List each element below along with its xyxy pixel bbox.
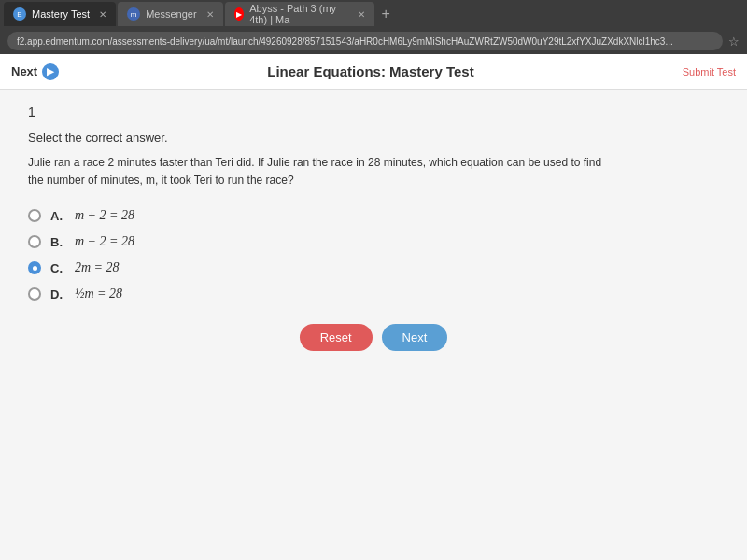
bookmark-icon[interactable]: ☆ xyxy=(728,35,740,49)
tab-icon-mastery: E xyxy=(13,7,26,21)
option-math-d: ½m = 28 xyxy=(75,287,122,301)
tab-mastery-test[interactable]: E Mastery Test ✕ xyxy=(4,2,116,26)
next-toolbar-button[interactable]: Next ▶ xyxy=(11,63,59,80)
address-input[interactable] xyxy=(7,32,723,50)
tab-label-messenger: Messenger xyxy=(146,8,196,20)
next-question-button[interactable]: Next xyxy=(382,324,448,351)
option-label-a: A. xyxy=(50,209,65,223)
question-instruction: Select the correct answer. xyxy=(28,131,719,145)
tab-icon-abyss: ▶ xyxy=(234,7,245,21)
reset-button[interactable]: Reset xyxy=(300,324,373,351)
option-label-b: B. xyxy=(50,235,65,249)
answer-options: A. m + 2 = 28 B. m − 2 = 28 C. 2m = 28 D… xyxy=(28,208,719,301)
submit-test-button[interactable]: Submit Test xyxy=(683,66,736,77)
browser-chrome: E Mastery Test ✕ m Messenger ✕ ▶ Abyss -… xyxy=(0,0,747,54)
answer-option-d[interactable]: D. ½m = 28 xyxy=(28,287,719,301)
option-math-a: m + 2 = 28 xyxy=(75,208,134,223)
option-label-d: D. xyxy=(50,287,65,301)
address-bar: ☆ xyxy=(0,28,747,54)
tab-icon-messenger: m xyxy=(127,7,140,21)
radio-c[interactable] xyxy=(28,261,41,274)
content-area: 1 Select the correct answer. Julie ran a… xyxy=(0,90,747,560)
option-math-b: m − 2 = 28 xyxy=(75,234,134,249)
new-tab-button[interactable]: + xyxy=(376,2,396,26)
tab-close-messenger[interactable]: ✕ xyxy=(206,9,214,20)
question-text: Julie ran a race 2 minutes faster than T… xyxy=(28,154,607,189)
option-math-c: 2m = 28 xyxy=(75,260,120,275)
tab-messenger[interactable]: m Messenger ✕ xyxy=(118,2,222,26)
tab-close-mastery[interactable]: ✕ xyxy=(99,9,106,20)
tab-label-mastery: Mastery Test xyxy=(32,8,90,20)
tab-close-abyss[interactable]: ✕ xyxy=(358,9,365,20)
radio-d[interactable] xyxy=(28,287,41,301)
option-label-c: C. xyxy=(50,261,65,275)
answer-option-a[interactable]: A. m + 2 = 28 xyxy=(28,208,719,223)
radio-b[interactable] xyxy=(28,235,41,248)
tab-label-abyss: Abyss - Path 3 (my 4th) | Ma xyxy=(249,3,347,25)
tab-bar: E Mastery Test ✕ m Messenger ✕ ▶ Abyss -… xyxy=(0,0,747,28)
tab-abyss[interactable]: ▶ Abyss - Path 3 (my 4th) | Ma ✕ xyxy=(225,2,374,26)
next-toolbar-label: Next xyxy=(11,64,37,78)
answer-option-b[interactable]: B. m − 2 = 28 xyxy=(28,234,719,249)
app-toolbar: Next ▶ Linear Equations: Mastery Test Su… xyxy=(0,54,747,90)
radio-a[interactable] xyxy=(28,209,41,222)
answer-option-c[interactable]: C. 2m = 28 xyxy=(28,260,719,275)
action-buttons: Reset Next xyxy=(28,324,719,351)
page-title: Linear Equations: Mastery Test xyxy=(68,63,673,79)
next-arrow-icon: ▶ xyxy=(42,63,59,80)
question-number: 1 xyxy=(28,105,719,119)
